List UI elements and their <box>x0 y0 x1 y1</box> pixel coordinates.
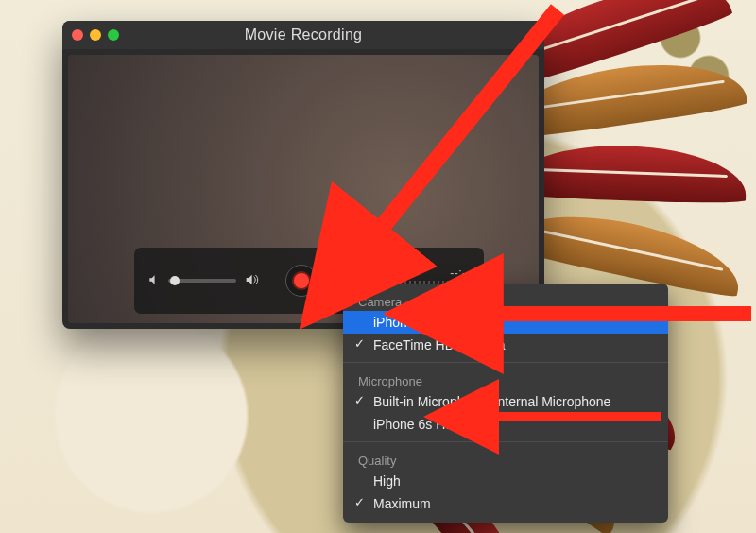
menu-item-label: Maximum <box>373 496 431 511</box>
menu-item-label: FaceTime HD Camera <box>373 337 506 352</box>
menu-divider <box>343 362 668 363</box>
menu-header-quality: Quality <box>343 448 668 470</box>
close-window-button[interactable] <box>72 29 83 41</box>
zoom-window-button[interactable] <box>108 29 119 41</box>
volume-slider[interactable] <box>168 279 236 283</box>
volume-control <box>147 272 259 290</box>
checkmark-icon: ✓ <box>354 393 365 407</box>
menu-header-microphone: Microphone <box>343 369 668 390</box>
recording-options-menu: Camera iPhone 6s Huge ✓ FaceTime HD Came… <box>343 284 668 523</box>
menu-item-label: iPhone 6s Huge <box>373 315 468 330</box>
checkmark-icon: ✓ <box>354 336 365 351</box>
menu-item-camera-facetime[interactable]: ✓ FaceTime HD Camera <box>343 334 668 356</box>
menu-divider <box>343 441 668 442</box>
recording-timer: --:-- <box>367 267 471 280</box>
menu-item-label: High <box>373 473 401 489</box>
menu-item-camera-iphone[interactable]: iPhone 6s Huge <box>343 311 668 334</box>
chevron-down-icon <box>333 275 342 286</box>
minimize-window-button[interactable] <box>90 29 101 41</box>
speaker-high-icon <box>244 272 259 290</box>
checkmark-icon: ✓ <box>354 495 365 509</box>
window-title: Movie Recording <box>62 26 544 43</box>
menu-item-label: iPhone 6s Huge <box>373 417 468 432</box>
speaker-low-icon <box>147 273 161 289</box>
menu-item-mic-iphone[interactable]: iPhone 6s Huge <box>343 413 668 436</box>
menu-item-label: Built-in Microphone: Internal Microphone <box>373 394 610 409</box>
traffic-lights <box>72 29 119 41</box>
menu-header-camera: Camera <box>343 289 668 311</box>
record-icon <box>292 271 311 290</box>
record-button[interactable] <box>285 265 318 297</box>
window-titlebar[interactable]: Movie Recording <box>62 21 544 49</box>
menu-item-quality-maximum[interactable]: ✓ Maximum <box>343 492 668 515</box>
menu-item-quality-high[interactable]: High <box>343 470 668 492</box>
menu-item-mic-builtin[interactable]: ✓ Built-in Microphone: Internal Micropho… <box>343 390 668 413</box>
